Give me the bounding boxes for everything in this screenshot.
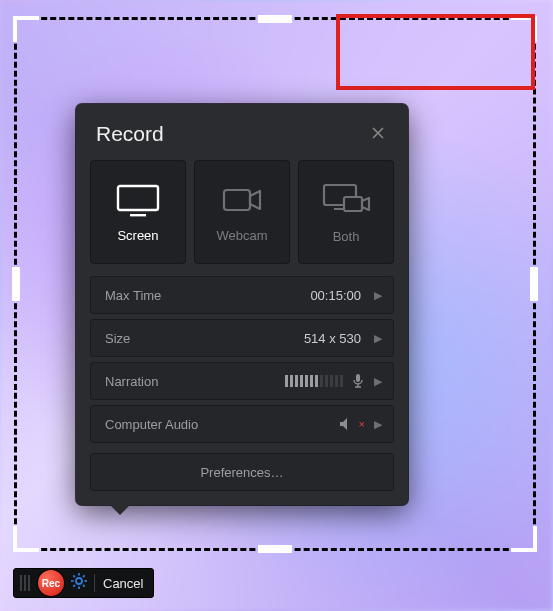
row-narration[interactable]: Narration ▶ bbox=[90, 362, 394, 400]
svg-line-14 bbox=[83, 575, 85, 577]
record-toolbar: Rec Cancel bbox=[13, 568, 154, 598]
svg-point-7 bbox=[76, 578, 82, 584]
svg-line-13 bbox=[83, 585, 85, 587]
resize-handle-bottom[interactable] bbox=[258, 545, 292, 553]
narration-label: Narration bbox=[105, 374, 158, 389]
mode-screen[interactable]: Screen bbox=[90, 160, 186, 264]
mode-webcam-label: Webcam bbox=[216, 228, 267, 243]
resize-handle-bl[interactable] bbox=[13, 526, 39, 552]
cancel-button[interactable]: Cancel bbox=[101, 576, 145, 591]
svg-line-12 bbox=[73, 575, 75, 577]
svg-rect-5 bbox=[344, 197, 362, 211]
chevron-right-icon[interactable]: ▶ bbox=[371, 418, 385, 431]
svg-rect-2 bbox=[224, 190, 250, 210]
chevron-right-icon[interactable]: ▶ bbox=[371, 332, 385, 345]
screen-icon bbox=[114, 182, 162, 218]
chevron-right-icon[interactable]: ▶ bbox=[371, 375, 385, 388]
preferences-button[interactable]: Preferences… bbox=[90, 453, 394, 491]
close-button[interactable] bbox=[368, 124, 388, 145]
svg-rect-6 bbox=[356, 374, 360, 382]
mode-both-label: Both bbox=[333, 229, 360, 244]
row-computer-audio[interactable]: Computer Audio × ▶ bbox=[90, 405, 394, 443]
narration-level-meter bbox=[285, 375, 343, 387]
toolbar-divider bbox=[94, 574, 95, 592]
resize-handle-right[interactable] bbox=[530, 267, 538, 301]
resize-handle-tl[interactable] bbox=[13, 16, 39, 42]
speaker-muted-icon[interactable] bbox=[339, 417, 355, 431]
record-button[interactable]: Rec bbox=[38, 570, 64, 596]
size-label: Size bbox=[105, 331, 130, 346]
mute-indicator: × bbox=[359, 418, 365, 430]
svg-rect-0 bbox=[118, 186, 158, 210]
gear-icon bbox=[70, 572, 88, 590]
size-value: 514 x 530 bbox=[304, 331, 361, 346]
audio-label: Computer Audio bbox=[105, 417, 198, 432]
resize-handle-top[interactable] bbox=[258, 15, 292, 23]
resize-handle-br[interactable] bbox=[511, 526, 537, 552]
microphone-icon[interactable] bbox=[351, 373, 365, 389]
svg-rect-1 bbox=[130, 214, 146, 216]
maxtime-label: Max Time bbox=[105, 288, 161, 303]
maxtime-value: 00:15:00 bbox=[310, 288, 361, 303]
annotation-highlight-box bbox=[336, 14, 535, 90]
svg-line-15 bbox=[73, 585, 75, 587]
close-icon bbox=[371, 126, 385, 140]
preferences-label: Preferences… bbox=[200, 465, 283, 480]
mode-screen-label: Screen bbox=[117, 228, 158, 243]
mode-webcam[interactable]: Webcam bbox=[194, 160, 290, 264]
resize-handle-left[interactable] bbox=[12, 267, 20, 301]
panel-title: Record bbox=[96, 122, 164, 146]
record-panel: Record Screen Webcam bbox=[76, 104, 408, 505]
record-button-label: Rec bbox=[42, 578, 60, 589]
chevron-right-icon[interactable]: ▶ bbox=[371, 289, 385, 302]
row-maxtime[interactable]: Max Time 00:15:00 ▶ bbox=[90, 276, 394, 314]
row-size[interactable]: Size 514 x 530 ▶ bbox=[90, 319, 394, 357]
both-icon bbox=[320, 181, 372, 219]
settings-button[interactable] bbox=[70, 572, 88, 595]
drag-handle[interactable] bbox=[18, 575, 32, 591]
mode-both[interactable]: Both bbox=[298, 160, 394, 264]
webcam-icon bbox=[218, 182, 266, 218]
